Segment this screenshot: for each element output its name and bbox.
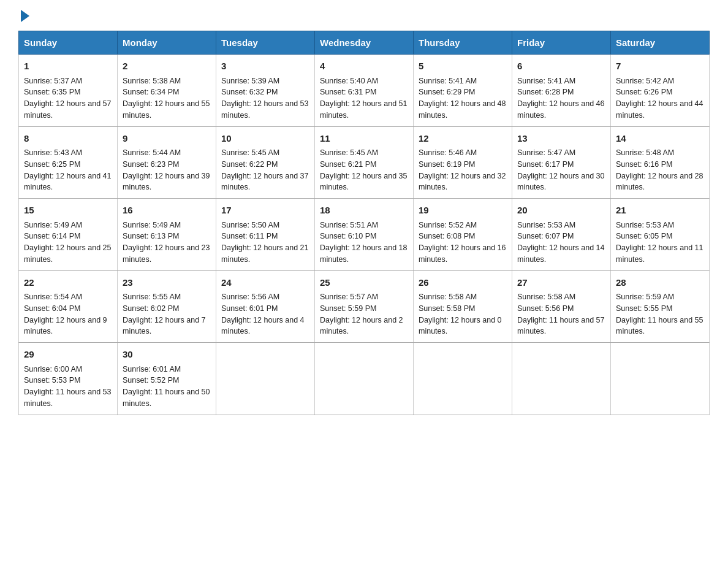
calendar-week-row-1: 1Sunrise: 5:37 AMSunset: 6:35 PMDaylight… (19, 55, 710, 127)
day-number: 17 (221, 204, 309, 218)
calendar-cell: 11Sunrise: 5:45 AMSunset: 6:21 PMDayligh… (315, 126, 414, 199)
calendar-header-wednesday: Wednesday (315, 31, 414, 55)
calendar-cell: 20Sunrise: 5:53 AMSunset: 6:07 PMDayligh… (512, 199, 611, 271)
calendar-cell: 3Sunrise: 5:39 AMSunset: 6:32 PMDaylight… (216, 55, 315, 127)
day-number: 1 (24, 59, 112, 74)
day-number: 3 (221, 59, 309, 74)
calendar-cell: 9Sunrise: 5:44 AMSunset: 6:23 PMDaylight… (118, 126, 216, 199)
day-number: 18 (320, 204, 408, 218)
day-number: 9 (123, 132, 211, 146)
calendar-cell: 14Sunrise: 5:48 AMSunset: 6:16 PMDayligh… (611, 126, 710, 199)
calendar-week-row-3: 15Sunrise: 5:49 AMSunset: 6:14 PMDayligh… (19, 199, 710, 271)
day-number: 19 (419, 204, 507, 218)
calendar-cell: 6Sunrise: 5:41 AMSunset: 6:28 PMDaylight… (512, 55, 611, 127)
day-number: 10 (221, 132, 309, 146)
day-number: 5 (419, 59, 507, 74)
calendar-cell: 29Sunrise: 6:00 AMSunset: 5:53 PMDayligh… (19, 343, 118, 415)
calendar-cell: 21Sunrise: 5:53 AMSunset: 6:05 PMDayligh… (611, 199, 710, 271)
day-number: 23 (123, 276, 211, 290)
calendar-cell: 13Sunrise: 5:47 AMSunset: 6:17 PMDayligh… (512, 126, 611, 199)
page-header (18, 12, 710, 18)
day-number: 22 (24, 276, 112, 290)
calendar-cell: 12Sunrise: 5:46 AMSunset: 6:19 PMDayligh… (414, 126, 512, 199)
calendar-cell (315, 343, 414, 415)
calendar-header-friday: Friday (512, 31, 611, 55)
calendar-cell: 18Sunrise: 5:51 AMSunset: 6:10 PMDayligh… (315, 199, 414, 271)
calendar-cell (216, 343, 315, 415)
day-number: 14 (616, 132, 704, 146)
day-number: 12 (419, 132, 507, 146)
calendar-header-sunday: Sunday (19, 31, 118, 55)
calendar-cell: 30Sunrise: 6:01 AMSunset: 5:52 PMDayligh… (118, 343, 216, 415)
day-number: 29 (24, 348, 112, 362)
calendar-cell: 17Sunrise: 5:50 AMSunset: 6:11 PMDayligh… (216, 199, 315, 271)
day-number: 30 (123, 348, 211, 362)
calendar-cell: 22Sunrise: 5:54 AMSunset: 6:04 PMDayligh… (19, 270, 118, 343)
calendar-cell (512, 343, 611, 415)
calendar-cell: 4Sunrise: 5:40 AMSunset: 6:31 PMDaylight… (315, 55, 414, 127)
calendar-week-row-4: 22Sunrise: 5:54 AMSunset: 6:04 PMDayligh… (19, 270, 710, 343)
calendar-cell: 7Sunrise: 5:42 AMSunset: 6:26 PMDaylight… (611, 55, 710, 127)
day-number: 6 (517, 59, 605, 74)
day-number: 11 (320, 132, 408, 146)
calendar-cell: 1Sunrise: 5:37 AMSunset: 6:35 PMDaylight… (19, 55, 118, 127)
calendar-cell: 24Sunrise: 5:56 AMSunset: 6:01 PMDayligh… (216, 270, 315, 343)
day-number: 16 (123, 204, 211, 218)
calendar-cell: 8Sunrise: 5:43 AMSunset: 6:25 PMDaylight… (19, 126, 118, 199)
day-number: 21 (616, 204, 704, 218)
calendar-week-row-5: 29Sunrise: 6:00 AMSunset: 5:53 PMDayligh… (19, 343, 710, 415)
day-number: 26 (419, 276, 507, 290)
calendar-cell: 5Sunrise: 5:41 AMSunset: 6:29 PMDaylight… (414, 55, 512, 127)
day-number: 24 (221, 276, 309, 290)
day-number: 20 (517, 204, 605, 218)
calendar-cell: 16Sunrise: 5:49 AMSunset: 6:13 PMDayligh… (118, 199, 216, 271)
day-number: 2 (123, 59, 211, 74)
calendar-header-tuesday: Tuesday (216, 31, 315, 55)
calendar-cell (611, 343, 710, 415)
day-number: 15 (24, 204, 112, 218)
day-number: 4 (320, 59, 408, 74)
calendar-cell: 26Sunrise: 5:58 AMSunset: 5:58 PMDayligh… (414, 270, 512, 343)
day-number: 7 (616, 59, 704, 74)
day-number: 13 (517, 132, 605, 146)
calendar-cell: 19Sunrise: 5:52 AMSunset: 6:08 PMDayligh… (414, 199, 512, 271)
calendar-header-saturday: Saturday (611, 31, 710, 55)
calendar-cell: 15Sunrise: 5:49 AMSunset: 6:14 PMDayligh… (19, 199, 118, 271)
calendar-cell: 27Sunrise: 5:58 AMSunset: 5:56 PMDayligh… (512, 270, 611, 343)
calendar-header-row: SundayMondayTuesdayWednesdayThursdayFrid… (19, 31, 710, 55)
calendar-week-row-2: 8Sunrise: 5:43 AMSunset: 6:25 PMDaylight… (19, 126, 710, 199)
calendar-cell: 10Sunrise: 5:45 AMSunset: 6:22 PMDayligh… (216, 126, 315, 199)
day-number: 25 (320, 276, 408, 290)
calendar-header-thursday: Thursday (414, 31, 512, 55)
calendar-cell (414, 343, 512, 415)
calendar-cell: 2Sunrise: 5:38 AMSunset: 6:34 PMDaylight… (118, 55, 216, 127)
logo-arrow-icon (21, 10, 29, 22)
day-number: 28 (616, 276, 704, 290)
calendar-header-monday: Monday (118, 31, 216, 55)
calendar-cell: 28Sunrise: 5:59 AMSunset: 5:55 PMDayligh… (611, 270, 710, 343)
logo (18, 12, 29, 18)
calendar-cell: 23Sunrise: 5:55 AMSunset: 6:02 PMDayligh… (118, 270, 216, 343)
calendar-table: SundayMondayTuesdayWednesdayThursdayFrid… (18, 31, 710, 415)
day-number: 27 (517, 276, 605, 290)
day-number: 8 (24, 132, 112, 146)
calendar-cell: 25Sunrise: 5:57 AMSunset: 5:59 PMDayligh… (315, 270, 414, 343)
